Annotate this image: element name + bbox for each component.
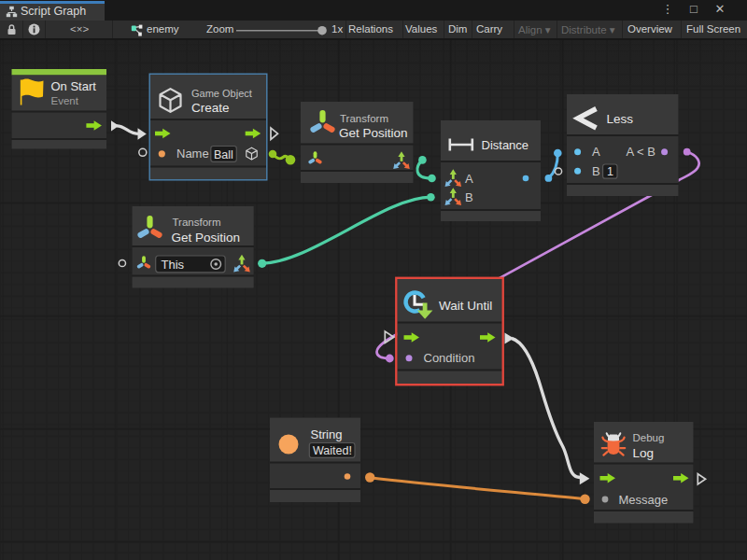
svg-text:Condition: Condition — [424, 351, 475, 365]
svg-text:A: A — [465, 172, 473, 186]
svg-text:Ball: Ball — [214, 148, 233, 161]
svg-text:Get Position: Get Position — [339, 126, 408, 140]
svg-text:Message: Message — [619, 493, 669, 507]
svg-text:Create: Create — [191, 101, 230, 115]
svg-text:String: String — [311, 427, 343, 441]
svg-text:Game Object: Game Object — [191, 88, 252, 99]
svg-text:Transform: Transform — [340, 113, 388, 124]
svg-text:Get Position: Get Position — [172, 231, 241, 245]
svg-text:Log: Log — [633, 446, 655, 460]
svg-text:Debug: Debug — [633, 432, 665, 443]
svg-text:Event: Event — [51, 95, 79, 106]
svg-text:A < B: A < B — [627, 145, 655, 159]
svg-text:Waited!: Waited! — [313, 444, 352, 457]
svg-text:B: B — [592, 164, 600, 178]
svg-text:Less: Less — [607, 112, 634, 126]
svg-text:Transform: Transform — [173, 217, 221, 228]
svg-text:Wait Until: Wait Until — [439, 299, 492, 313]
svg-text:B: B — [465, 190, 473, 204]
svg-text:A: A — [592, 145, 600, 159]
svg-text:Distance: Distance — [482, 138, 529, 152]
svg-text:1: 1 — [607, 165, 613, 178]
svg-text:On Start: On Start — [51, 79, 97, 93]
svg-text:This: This — [162, 258, 185, 272]
svg-text:Name: Name — [176, 147, 209, 161]
